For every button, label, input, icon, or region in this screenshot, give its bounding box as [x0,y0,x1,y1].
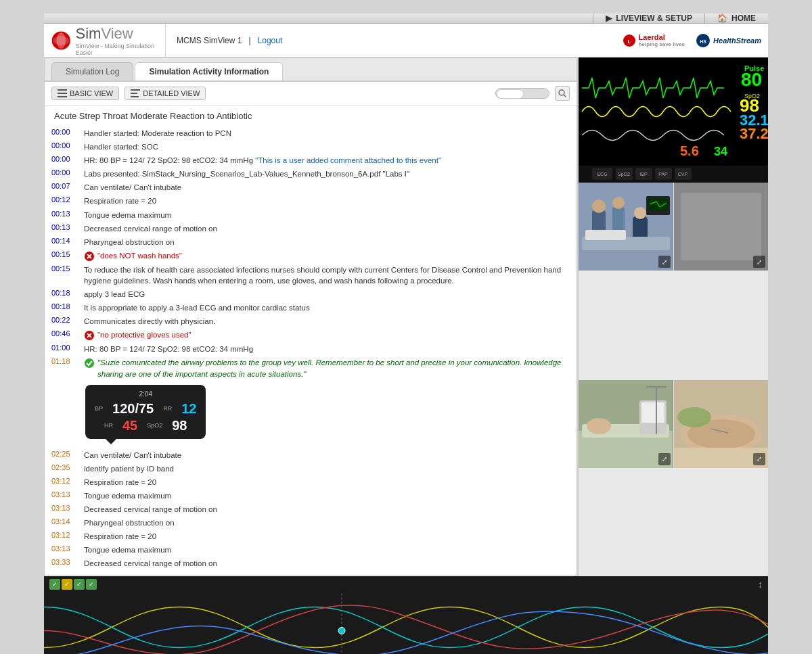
home-label: HOME [731,14,756,23]
rr-value: 12 [181,401,196,417]
video-cell-2: ⤢ [674,183,769,271]
svg-rect-55 [585,230,626,240]
search-slider[interactable] [495,88,549,99]
log-text-15: Can ventilate/ Can't intubate [84,450,570,461]
home-button[interactable]: 🏠 HOME [704,14,768,23]
hr-label: HR [104,422,113,429]
log-text-5: Can ventilate/ Can't intubate [84,182,570,193]
video-cell-1: ⤢ [579,183,673,271]
log-text-14: HR: 80 BP = 124/ 72 SpO2: 98 etCO2: 34 m… [84,344,570,354]
tabs-container: Simulation Log Simulation Activity Infor… [45,58,577,82]
healthstream-icon: HS [696,33,710,48]
log-time-g1: 01:18 [51,357,78,365]
log-time-12: 00:18 [51,302,78,310]
popup-arrow [106,439,116,444]
laerdal-icon: L [623,34,636,47]
log-time-16: 02:35 [51,463,78,471]
log-time-18: 03:13 [51,490,78,498]
monitor-screen: Pulse 80 SpO2 98 32.1 37.2 126/84 (98) 3… [579,57,768,183]
vitals-popup-row1: BP 120/75 RR 12 [95,401,196,417]
svg-point-53 [634,207,646,219]
svg-text:37.2: 37.2 [740,125,768,142]
basic-view-label: BASIC VIEW [70,89,113,97]
detailed-view-button[interactable]: DETAILED VIEW [125,87,206,100]
expand-btn-1[interactable]: ⤢ [658,256,671,268]
svg-point-66 [587,418,611,434]
timeline-resize-button[interactable]: ↕ [758,579,763,590]
tab-simulation-activity[interactable]: Simulation Activity Information [135,62,283,80]
svg-point-79 [338,628,345,634]
left-panel: Simulation Log Simulation Activity Infor… [44,57,577,576]
check-circle-icon [84,358,95,369]
log-text-e1: "does NOT wash hands" [97,250,570,261]
liveview-label: LIVEVIEW & SETUP [616,14,692,23]
log-text-13: Communicates directly with physician. [84,316,570,327]
brand-right: L Laerdal helping save lives HS HealthSt… [623,33,768,48]
liveview-setup-button[interactable]: ▶ LIVEVIEW & SETUP [593,14,704,23]
log-time-21: 03:12 [51,531,78,539]
log-time-22: 03:13 [51,544,78,553]
svg-text:5.6: 5.6 [680,143,699,158]
laerdal-name: Laerdal [639,33,685,41]
log-text-21: Respiration rate = 20 [84,531,570,542]
main-content: Simulation Log Simulation Activity Infor… [44,57,768,576]
basic-view-button[interactable]: BASIC VIEW [51,87,119,100]
log-time-14: 01:00 [51,344,78,352]
logo-view: View [101,25,133,42]
svg-rect-10 [131,89,140,91]
detailed-view-label: DETAILED VIEW [143,89,200,97]
log-time-4: 00:00 [51,168,78,177]
log-text-1: Handler started: Moderate reaction to PC… [84,128,570,139]
log-entry-23: 03:33 Decreased cervical range of motion… [51,557,570,570]
hr-value: 45 [122,418,137,434]
log-text-19: Decreased cervical range of motion on [84,504,570,515]
svg-rect-11 [131,93,137,94]
log-text-7: Tongue edema maximum [84,210,570,220]
detail-list-icon [131,89,140,97]
log-entry-3: 00:00 HR: 80 BP = 124/ 72 SpO2: 98 etCO2… [51,154,570,167]
log-entry-8: 00:13 Decreased cervical range of motion… [51,222,570,235]
log-time-3: 00:00 [51,155,78,163]
log-time-15: 02:25 [51,450,78,458]
expand-btn-3[interactable]: ⤢ [658,453,671,465]
log-text-9: Pharyngeal obstruction on [84,237,570,248]
svg-point-2 [53,36,69,45]
log-entry-9: 00:14 Pharyngeal obstruction on [51,235,570,249]
log-content: Acute Strep Throat Moderate Reaction to … [45,106,577,576]
search-icon [558,89,566,97]
log-entry-4: 00:00 Labs presented: SimStack_Nursing_S… [51,167,570,181]
chart-svg [44,592,768,654]
log-entry-14: 01:00 HR: 80 BP = 124/ 72 SpO2: 98 etCO2… [51,342,570,356]
log-entry-7: 00:13 Tongue edema maximum [51,208,570,222]
log-text-3: HR: 80 BP = 124/ 72 SpO2: 98 etCO2: 34 m… [84,155,570,166]
svg-rect-8 [58,93,67,94]
bp-value: 120/75 [112,401,154,417]
log-entry-13: 00:22 Communicates directly with physici… [51,314,570,328]
search-button[interactable] [555,86,570,101]
list-icon [58,89,67,97]
log-time-e1: 00:15 [51,250,78,258]
timeline-check-icons: ✓ ✓ ✓ ✓ [49,579,97,590]
brand-center: MCMS SimView 1 | Logout [166,36,623,45]
tab-simulation-log[interactable]: Simulation Log [51,62,133,80]
expand-btn-4[interactable]: ⤢ [753,453,765,465]
svg-rect-68 [641,402,664,423]
tab-simulation-activity-label: Simulation Activity Information [149,67,269,76]
logout-link[interactable]: Logout [258,36,283,45]
expand-btn-2[interactable]: ⤢ [753,256,765,268]
log-text-22: Tongue edema maximum [84,544,570,555]
log-scroll-area[interactable]: Acute Strep Throat Moderate Reaction to … [45,106,577,576]
log-time-20: 03:14 [51,517,78,525]
svg-text:ECG: ECG [597,172,607,177]
log-entry-18: 03:13 Tongue edema maximum [51,489,570,503]
log-entry-10: 00:15 To reduce the risk of health care … [51,263,570,287]
logo-sim: Sim [76,25,102,42]
log-entry-12: 00:18 It is appropriate to apply a 3-lea… [51,301,570,314]
check-icon-4: ✓ [86,579,97,590]
svg-point-21 [85,358,94,368]
log-entry-1: 00:00 Handler started: Moderate reaction… [51,126,570,140]
log-time-9: 00:14 [51,237,78,245]
healthstream-logo: HS HealthStream [696,33,761,48]
vitals-popup-row2: HR 45 SpO2 98 [104,418,187,434]
logo-text: SimView SimView - Making Simulation Easi… [76,25,158,56]
